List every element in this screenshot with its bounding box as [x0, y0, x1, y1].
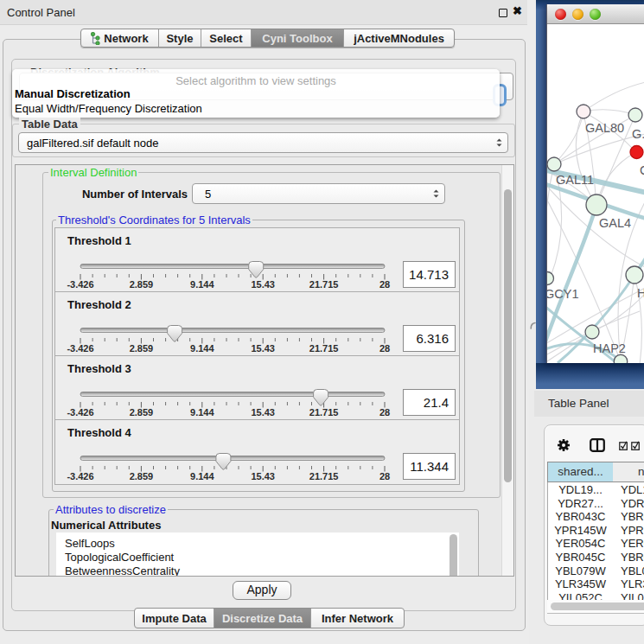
svg-text:GAL11: GAL11	[556, 173, 594, 187]
svg-text:GAL4: GAL4	[599, 216, 631, 230]
svg-text:GCY1: GCY1	[547, 287, 579, 301]
svg-text:HAP2: HAP2	[593, 341, 626, 355]
svg-text:GAL80: GAL80	[585, 121, 624, 135]
svg-text:G.: G.	[632, 127, 644, 141]
svg-text:H: H	[637, 286, 644, 300]
svg-text:C: C	[640, 163, 644, 177]
